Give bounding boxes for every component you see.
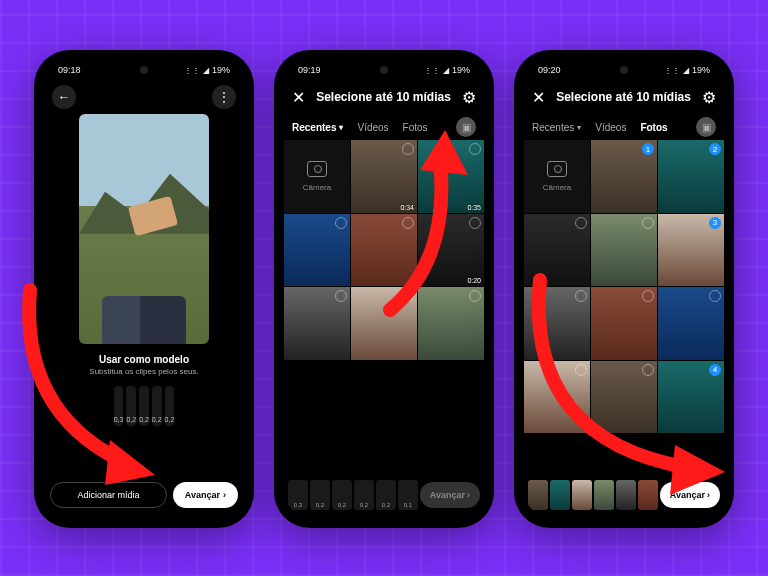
chevron-right-icon: › <box>467 490 470 500</box>
media-cell[interactable]: 2 <box>658 140 724 213</box>
clip-slot[interactable]: 0,2 <box>126 386 136 426</box>
media-cell[interactable] <box>591 361 657 434</box>
close-button[interactable]: ✕ <box>532 88 545 107</box>
clip-slot[interactable]: 0,2 <box>139 386 149 426</box>
tab-videos[interactable]: Vídeos <box>595 122 626 133</box>
tab-recent[interactable]: Recentes▾ <box>292 122 343 133</box>
camera-cell[interactable]: Câmera <box>524 140 590 213</box>
picker-title: Selecione até 10 mídias <box>316 90 451 104</box>
footer-slot[interactable]: 0,2 <box>376 480 396 510</box>
clip-slot[interactable]: 0,2 <box>165 386 175 426</box>
next-button[interactable]: Avançar› <box>660 482 720 508</box>
selected-thumb[interactable] <box>616 480 636 510</box>
next-button[interactable]: Avançar› <box>173 482 238 508</box>
signal-icon: ◢ <box>203 66 209 75</box>
media-cell[interactable] <box>658 287 724 360</box>
footer-slot[interactable]: 0,2 <box>354 480 374 510</box>
chevron-down-icon: ▾ <box>577 123 581 132</box>
wifi-icon: ⋮⋮ <box>184 66 200 75</box>
selected-thumb[interactable] <box>572 480 592 510</box>
selected-thumb[interactable] <box>638 480 658 510</box>
wifi-icon: ⋮⋮ <box>664 66 680 75</box>
footer-slot[interactable]: 0,3 <box>288 480 308 510</box>
add-media-button[interactable]: Adicionar mídia <box>50 482 167 508</box>
chevron-right-icon: › <box>223 490 226 500</box>
clip-slot[interactable]: 0,2 <box>152 386 162 426</box>
status-time: 09:20 <box>538 65 561 75</box>
media-cell[interactable]: 4 <box>658 361 724 434</box>
settings-button[interactable]: ⚙ <box>462 88 476 107</box>
tab-recent[interactable]: Recentes▾ <box>532 122 581 133</box>
signal-icon: ◢ <box>683 66 689 75</box>
media-cell[interactable] <box>591 214 657 287</box>
status-time: 09:19 <box>298 65 321 75</box>
close-button[interactable]: ✕ <box>292 88 305 107</box>
battery-percent: 19% <box>212 65 230 75</box>
tab-photos[interactable]: Fotos <box>640 122 667 133</box>
media-cell[interactable] <box>351 214 417 287</box>
camera-notch <box>620 66 628 74</box>
stack-icon: ▣ <box>462 122 471 133</box>
camera-notch <box>380 66 388 74</box>
selected-thumb[interactable] <box>594 480 614 510</box>
media-cell[interactable] <box>591 287 657 360</box>
footer-slot[interactable]: 0,2 <box>310 480 330 510</box>
back-button[interactable]: ← <box>52 85 76 109</box>
battery-percent: 19% <box>452 65 470 75</box>
chevron-right-icon: › <box>707 490 710 500</box>
more-vertical-icon: ⋮ <box>218 90 230 104</box>
signal-icon: ◢ <box>443 66 449 75</box>
next-button[interactable]: Avançar› <box>420 482 480 508</box>
camera-cell[interactable]: Câmera <box>284 140 350 213</box>
clip-slot[interactable]: 0,3 <box>114 386 124 426</box>
tab-photos[interactable]: Fotos <box>403 122 428 133</box>
template-subtitle: Substitua os clipes pelos seus. <box>89 367 198 376</box>
multi-select-button[interactable]: ▣ <box>456 117 476 137</box>
gear-icon: ⚙ <box>702 89 716 106</box>
multi-select-button[interactable]: ▣ <box>696 117 716 137</box>
tab-videos[interactable]: Vídeos <box>357 122 388 133</box>
phone-3: 09:20 ⋮⋮◢19% ✕ Selecione até 10 mídias ⚙… <box>514 50 734 528</box>
close-icon: ✕ <box>532 89 545 106</box>
selected-thumb[interactable] <box>550 480 570 510</box>
footer-slot[interactable]: 0,1 <box>398 480 418 510</box>
media-cell[interactable] <box>284 287 350 360</box>
gear-icon: ⚙ <box>462 89 476 106</box>
media-cell[interactable] <box>351 287 417 360</box>
chevron-down-icon: ▾ <box>339 123 343 132</box>
media-cell[interactable]: 1 <box>591 140 657 213</box>
media-cell[interactable]: 0:34 <box>351 140 417 213</box>
settings-button[interactable]: ⚙ <box>702 88 716 107</box>
camera-notch <box>140 66 148 74</box>
camera-icon <box>307 161 327 177</box>
template-title: Usar como modelo <box>89 354 198 365</box>
picker-title: Selecione até 10 mídias <box>556 90 691 104</box>
wifi-icon: ⋮⋮ <box>424 66 440 75</box>
template-preview[interactable] <box>79 114 209 344</box>
media-cell[interactable] <box>524 214 590 287</box>
footer-slot[interactable]: 0,2 <box>332 480 352 510</box>
media-cell[interactable] <box>524 361 590 434</box>
phone-1: 09:18 ⋮⋮ ◢ 19% ← ⋮ U <box>34 50 254 528</box>
stack-icon: ▣ <box>702 122 711 133</box>
close-icon: ✕ <box>292 89 305 106</box>
media-cell[interactable] <box>524 287 590 360</box>
selected-thumb[interactable] <box>528 480 548 510</box>
media-cell[interactable]: 0:20 <box>418 214 484 287</box>
arrow-left-icon: ← <box>58 90 70 104</box>
media-cell[interactable] <box>418 287 484 360</box>
phone-2: 09:19 ⋮⋮◢19% ✕ Selecione até 10 mídias ⚙… <box>274 50 494 528</box>
clip-slots: 0,3 0,2 0,2 0,2 0,2 <box>108 386 181 426</box>
media-cell[interactable]: 0:35 <box>418 140 484 213</box>
more-button[interactable]: ⋮ <box>212 85 236 109</box>
battery-percent: 19% <box>692 65 710 75</box>
status-time: 09:18 <box>58 65 81 75</box>
media-cell[interactable]: 3 <box>658 214 724 287</box>
camera-icon <box>547 161 567 177</box>
media-cell[interactable] <box>284 214 350 287</box>
